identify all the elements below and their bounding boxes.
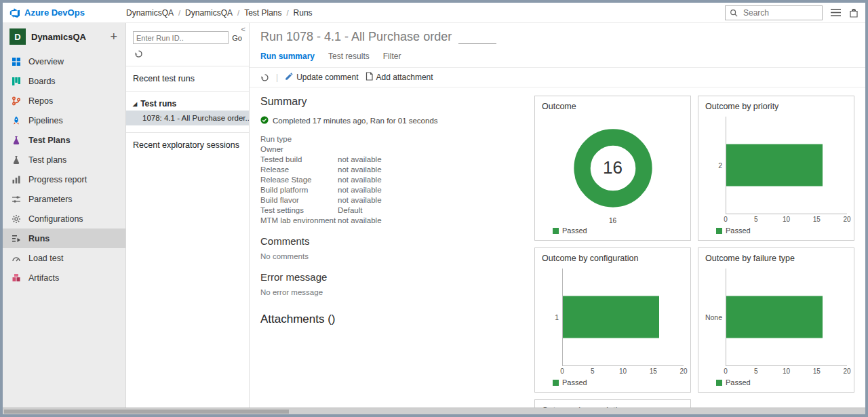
run-id-input[interactable] xyxy=(133,31,229,44)
sidebar-item-overview[interactable]: Overview xyxy=(3,52,125,71)
update-comment-button[interactable]: Update comment xyxy=(285,73,358,83)
chart-title: Outcome by configuration xyxy=(542,254,684,263)
run-id-search: Go xyxy=(126,23,249,48)
field-value: not available xyxy=(338,155,524,163)
shopping-bag-icon[interactable] xyxy=(849,8,859,18)
sidebar-item-load-test[interactable]: Load test xyxy=(3,248,125,268)
field-value: not available xyxy=(338,196,524,204)
x-axis-tick-label: 0 xyxy=(724,216,728,223)
error-empty-text: No error message xyxy=(260,288,524,296)
run-title-text: Run 1078 - 4.1 - All Purchase order xyxy=(260,30,452,44)
collapse-panel-button[interactable]: < xyxy=(241,25,245,33)
field-value: not available xyxy=(338,165,524,174)
breadcrumb: DynamicsQA / DynamicsQA / Test Plans / R… xyxy=(126,8,313,18)
chart-title: Outcome by failure type xyxy=(705,254,847,263)
search-input[interactable] xyxy=(742,7,818,18)
brand-name[interactable]: Azure DevOps xyxy=(24,7,85,18)
legend-label: Passed xyxy=(726,226,751,235)
x-axis-tick-label: 10 xyxy=(783,368,790,375)
outcome-by-failure-type-chart-box: Outcome by failure type None05101520Pass… xyxy=(698,247,854,393)
horizontal-scrollbar[interactable] xyxy=(3,408,865,414)
y-axis-category-label: 1 xyxy=(542,269,562,366)
chart-title: Outcome xyxy=(542,102,684,111)
legend-swatch xyxy=(553,228,559,234)
toolbar-separator: | xyxy=(276,73,278,82)
sidebar-item-test-plans-hub[interactable]: Test Plans xyxy=(3,130,125,150)
field-label: Release xyxy=(260,165,338,174)
summary-section: Summary Completed 17 minutes ago, Ran fo… xyxy=(260,96,524,408)
azure-devops-logo-icon xyxy=(9,7,20,18)
new-project-button[interactable]: + xyxy=(108,32,119,41)
tab-test-results[interactable]: Test results xyxy=(328,52,370,61)
refresh-icon[interactable] xyxy=(134,51,143,60)
sidebar-item-runs[interactable]: Runs xyxy=(3,229,125,248)
scrollbar-thumb[interactable] xyxy=(4,410,289,414)
tree-expander-icon[interactable]: ◢ xyxy=(133,101,137,107)
breadcrumb-separator: / xyxy=(178,9,180,17)
bar-plot: 1 xyxy=(542,263,684,366)
x-axis-tick-label: 0 xyxy=(724,368,728,375)
field-label: Release Stage xyxy=(260,176,338,184)
sidebar-item-configurations[interactable]: Configurations xyxy=(3,209,125,229)
bar-plot-area xyxy=(726,269,847,366)
run-tabs: Run summary Test results Filter xyxy=(250,44,865,68)
sidebar-item-repos[interactable]: Repos xyxy=(3,91,125,111)
breadcrumb-separator: / xyxy=(237,9,239,17)
tab-filter[interactable]: Filter xyxy=(383,52,401,61)
sidebar-item-test-plans[interactable]: Test plans xyxy=(3,150,125,170)
comments-heading: Comments xyxy=(260,235,524,247)
tree-node-test-runs[interactable]: ◢ Test runs xyxy=(126,97,249,111)
sidebar-item-label: Progress report xyxy=(28,175,87,184)
field-label: Tested build xyxy=(260,155,338,163)
run-summary-content: Summary Completed 17 minutes ago, Ran fo… xyxy=(250,87,865,408)
search-box[interactable] xyxy=(725,5,823,20)
outcome-by-priority-chart-box: Outcome by priority 205101520Passed xyxy=(698,96,854,241)
tree-node-run-1078[interactable]: 1078: 4.1 - All Purchase order... xyxy=(126,111,249,125)
breadcrumb-hub[interactable]: Test Plans xyxy=(244,8,281,18)
pipelines-icon xyxy=(11,116,22,125)
project-switcher[interactable]: D DynamicsQA + xyxy=(3,23,125,49)
tree-node-label: Test runs xyxy=(140,99,176,108)
x-axis-tick-label: 15 xyxy=(650,368,657,375)
breadcrumb-page[interactable]: Runs xyxy=(294,8,313,18)
x-axis-tick-label: 20 xyxy=(843,368,850,375)
field-value: not available xyxy=(338,186,524,194)
bar-plot: 2 xyxy=(705,111,847,214)
donut-plot: 1616 xyxy=(542,111,684,224)
refresh-run-button[interactable] xyxy=(260,73,269,82)
main-content: Run 1078 - 4.1 - All Purchase order Run … xyxy=(250,23,865,408)
field-label: Run type xyxy=(260,135,338,143)
recent-exploratory-sessions-header: Recent exploratory sessions xyxy=(126,133,249,157)
chart-legend: Passed xyxy=(542,224,684,235)
outcome-donut-chart: 1616Passed xyxy=(542,111,684,235)
bar-plot-area xyxy=(726,117,847,214)
x-axis-tick-label: 5 xyxy=(754,368,758,375)
sidebar-item-artifacts[interactable]: Artifacts xyxy=(3,268,125,287)
pencil-icon xyxy=(285,73,293,83)
sidebar-item-label: Repos xyxy=(28,96,53,106)
x-axis-tick-label: 5 xyxy=(591,368,595,375)
outcome-chart-box: Outcome 1616Passed xyxy=(534,96,691,241)
sidebar-item-parameters[interactable]: Parameters xyxy=(3,189,125,209)
breadcrumb-project[interactable]: DynamicsQA xyxy=(126,8,174,18)
sidebar-item-pipelines[interactable]: Pipelines xyxy=(3,111,125,130)
window-frame: Azure DevOps DynamicsQA / DynamicsQA / T… xyxy=(0,0,868,417)
sidebar-item-label: Overview xyxy=(28,57,64,66)
tab-run-summary[interactable]: Run summary xyxy=(260,52,315,61)
go-button[interactable]: Go xyxy=(232,34,242,42)
sidebar-item-boards[interactable]: Boards xyxy=(3,71,125,91)
azure-devops-brand[interactable]: Azure DevOps xyxy=(9,7,126,18)
project-sidebar: D DynamicsQA + Overview Boards Repos xyxy=(3,23,126,408)
overview-icon xyxy=(11,57,22,66)
field-value: not available xyxy=(338,176,524,184)
x-axis: 05101520 xyxy=(562,366,684,376)
sidebar-item-label: Runs xyxy=(28,234,50,243)
add-attachment-button[interactable]: Add attachment xyxy=(366,72,433,83)
project-name[interactable]: DynamicsQA xyxy=(31,32,103,42)
breadcrumb-team[interactable]: DynamicsQA xyxy=(185,8,233,18)
x-axis-tick-label: 20 xyxy=(679,368,687,375)
chart-title: Outcome by priority xyxy=(705,102,847,111)
marketplace-list-icon[interactable] xyxy=(831,8,841,17)
sidebar-item-label: Boards xyxy=(28,77,56,86)
sidebar-item-progress-report[interactable]: Progress report xyxy=(3,170,125,189)
